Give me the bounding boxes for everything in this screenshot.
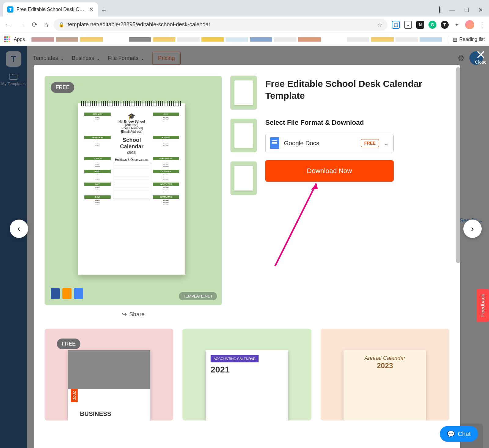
browser-toolbar: ← → ⟳ ⌂ 🔒 template.net/editable/28895/ed… (0, 17, 489, 33)
url-text: template.net/editable/28895/editable-sch… (68, 21, 374, 28)
grammarly-icon[interactable]: G (428, 21, 436, 29)
extension-icon[interactable]: ⬚ (392, 21, 400, 29)
format-dropdown[interactable]: Google Docs FREE ⌄ (265, 134, 394, 152)
reading-list-label: Reading list (459, 37, 485, 42)
format-icons (51, 288, 83, 299)
modal-scrollbar[interactable] (456, 67, 460, 263)
extension-n-icon[interactable]: N (416, 21, 424, 29)
word-icon (51, 288, 60, 299)
pocket-icon[interactable]: ⌄ (404, 21, 412, 29)
share-icon: ↪ (122, 311, 127, 318)
star-icon[interactable]: ☆ (377, 21, 383, 28)
related-templates: FREE 2020 BUSINESS ACCOUNTING CALENDAR 2… (34, 329, 460, 431)
apps-grid-icon[interactable] (4, 36, 10, 42)
pages-icon (62, 288, 72, 299)
tab-close-icon[interactable]: ✕ (89, 6, 94, 13)
reload-button[interactable]: ⟳ (31, 20, 39, 30)
calendar-mock: JANUARY▪▪▪▪▪▪▪▪▪▪▪▪▪▪▪▪▪▪▪▪▪ 🎓 Hill Brid… (78, 103, 185, 275)
back-button[interactable]: ← (4, 20, 13, 30)
preview-column: FREE JANUARY▪▪▪▪▪▪▪▪▪▪▪▪▪▪▪▪▪▪▪▪▪ 🎓 Hill… (45, 76, 222, 318)
google-docs-icon (270, 137, 279, 149)
related-card-annual[interactable]: Annual Calendar 2023 (321, 329, 449, 420)
template-details: Free Editable School Desk Calendar Templ… (265, 76, 449, 318)
home-button[interactable]: ⌂ (43, 20, 49, 30)
window-controls: — ☐ ✕ (439, 7, 489, 17)
address-bar[interactable]: 🔒 template.net/editable/28895/editable-s… (53, 19, 388, 31)
share-button[interactable]: ↪ Share (45, 311, 222, 318)
maximize-button[interactable]: ☐ (464, 7, 469, 13)
thumbnail-1[interactable] (230, 76, 257, 109)
modal-close-button[interactable]: ✕ Close (475, 48, 487, 65)
chrome-menu-icon[interactable]: ⋮ (479, 21, 485, 29)
browser-tab[interactable]: T Free Editable School Desk Calen ✕ (3, 2, 98, 17)
related-card-accounting[interactable]: ACCOUNTING CALENDAR 2021 (182, 329, 311, 420)
share-label: Share (129, 311, 145, 318)
free-tag: FREE (361, 139, 379, 147)
close-label: Close (475, 59, 487, 65)
profile-avatar[interactable] (465, 20, 474, 29)
docs-icon (74, 288, 83, 299)
free-badge: FREE (57, 339, 80, 349)
browser-tab-strip: T Free Editable School Desk Calen ✕ + — … (0, 0, 489, 17)
thumbnail-2[interactable] (230, 119, 257, 152)
template-modal: FREE JANUARY▪▪▪▪▪▪▪▪▪▪▪▪▪▪▪▪▪▪▪▪▪ 🎓 Hill… (34, 65, 460, 448)
extension-t-icon[interactable]: T (441, 21, 449, 29)
minimize-button[interactable]: — (450, 7, 455, 13)
forward-button[interactable]: → (17, 20, 26, 30)
incognito-icon (439, 7, 440, 13)
next-template-button[interactable]: › (463, 220, 482, 238)
feedback-tab[interactable]: Feedback (477, 289, 489, 322)
lock-icon: 🔒 (58, 22, 64, 28)
template-preview: FREE JANUARY▪▪▪▪▪▪▪▪▪▪▪▪▪▪▪▪▪▪▪▪▪ 🎓 Hill… (45, 76, 222, 305)
chat-label: Chat (458, 431, 471, 438)
chevron-down-icon: ⌄ (384, 139, 389, 147)
tab-title: Free Editable School Desk Calen (17, 7, 86, 12)
chat-button[interactable]: 💬 Chat (440, 426, 478, 442)
apps-label[interactable]: Apps (14, 37, 25, 42)
reading-list-icon: ▤ (453, 36, 457, 42)
download-now-button[interactable]: Download Now (265, 160, 394, 182)
extensions-menu-icon[interactable]: ✦ (453, 21, 461, 29)
select-format-heading: Select File Format & Download (265, 119, 449, 127)
new-tab-button[interactable]: + (98, 4, 110, 17)
chat-icon: 💬 (447, 430, 455, 438)
template-title: Free Editable School Desk Calendar Templ… (265, 78, 449, 102)
thumbnail-list (230, 76, 257, 318)
favicon: T (7, 6, 13, 13)
reading-list-button[interactable]: ▤ Reading list (449, 36, 485, 42)
close-window-button[interactable]: ✕ (478, 7, 483, 13)
watermark: TEMPLATE.NET (179, 292, 217, 300)
extensions-area: ⬚ ⌄ N G T ✦ ⋮ (392, 20, 485, 29)
bookmarks-bar: Apps ▤ Reading list (0, 33, 489, 46)
prev-template-button[interactable]: ‹ (10, 220, 28, 238)
color-strip (31, 37, 442, 42)
related-card-business[interactable]: FREE 2020 BUSINESS (45, 329, 173, 420)
format-name: Google Docs (284, 140, 356, 147)
thumbnail-3[interactable] (230, 161, 257, 195)
free-badge: FREE (51, 82, 74, 93)
